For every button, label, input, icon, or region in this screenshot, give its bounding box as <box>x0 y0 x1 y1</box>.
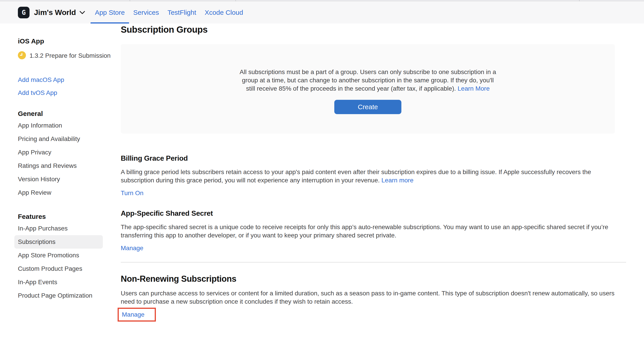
window-chrome-strip <box>0 0 644 1</box>
non-renewing-subscriptions-body: Users can purchase access to services or… <box>121 289 620 306</box>
app-specific-shared-secret-body: The app-specific shared secret is a uniq… <box>121 223 620 239</box>
chrome-separator <box>579 0 580 1</box>
sidebar-item-custom-product-pages[interactable]: Custom Product Pages <box>14 262 103 275</box>
page-title: Subscription Groups <box>121 25 626 35</box>
learn-more-link[interactable]: Learn more <box>382 177 414 184</box>
version-status-row: 1.3.2 Prepare for Submission <box>18 51 121 60</box>
nav-tab-app-store[interactable]: App Store <box>90 1 129 24</box>
sidebar-item-app-store-promotions[interactable]: App Store Promotions <box>14 249 103 262</box>
chrome-separator <box>236 0 236 1</box>
primary-nav: App Store Services TestFlight Xcode Clou… <box>90 1 247 24</box>
chrome-separator <box>130 0 130 1</box>
sidebar-item-in-app-events[interactable]: In-App Events <box>14 275 103 289</box>
billing-grace-period-body: A billing grace period lets subscribers … <box>121 168 620 184</box>
sidebar-item-app-privacy[interactable]: App Privacy <box>14 146 103 159</box>
sidebar-item-version-history[interactable]: Version History <box>14 173 103 186</box>
sidebar-item-pricing-availability[interactable]: Pricing and Availability <box>14 132 103 146</box>
sidebar-section-features: Features <box>18 213 121 220</box>
nav-tab-services[interactable]: Services <box>129 1 163 24</box>
sidebar: iOS App 1.3.2 Prepare for Submission Add… <box>0 24 121 302</box>
create-button[interactable]: Create <box>334 100 402 114</box>
main-content: Subscription Groups All subscriptions mu… <box>121 24 626 321</box>
version-status-text: 1.3.2 Prepare for Submission <box>30 52 111 59</box>
billing-grace-period-title: Billing Grace Period <box>121 154 626 162</box>
features-list: In-App Purchases Subscriptions App Store… <box>18 222 121 302</box>
sidebar-item-ratings-reviews[interactable]: Ratings and Reviews <box>14 159 103 173</box>
sidebar-item-app-information[interactable]: App Information <box>14 119 103 132</box>
clock-pending-icon <box>18 51 26 60</box>
section-divider <box>121 262 626 262</box>
sidebar-platform-title: iOS App <box>18 37 121 45</box>
top-header: G Jim's World App Store Services TestFli… <box>0 1 644 24</box>
non-renewing-subscriptions-title: Non-Renewing Subscriptions <box>121 274 626 284</box>
subscription-groups-panel: All subscriptions must be a part of a gr… <box>121 44 615 134</box>
manage-shared-secret-link[interactable]: Manage <box>121 245 143 252</box>
app-specific-shared-secret-title: App-Specific Shared Secret <box>121 209 626 217</box>
turn-on-link[interactable]: Turn On <box>121 190 144 197</box>
billing-grace-period-body-text: A billing grace period lets subscribers … <box>121 169 591 184</box>
sidebar-item-subscriptions[interactable]: Subscriptions <box>14 235 103 249</box>
add-macos-app-link[interactable]: Add macOS App <box>18 76 121 84</box>
red-annotation-box: Manage <box>118 308 156 321</box>
subscription-groups-description: All subscriptions must be a part of a gr… <box>238 68 498 93</box>
nav-tab-xcode-cloud[interactable]: Xcode Cloud <box>200 1 247 24</box>
sidebar-item-app-review[interactable]: App Review <box>14 186 103 199</box>
manage-non-renewing-link[interactable]: Manage <box>122 311 144 318</box>
sidebar-section-general: General <box>18 110 121 118</box>
app-name: Jim's World <box>34 8 76 17</box>
learn-more-link[interactable]: Learn More <box>458 85 490 92</box>
app-logo: G <box>18 7 30 18</box>
add-tvos-app-link[interactable]: Add tvOS App <box>18 89 121 96</box>
nav-tab-testflight[interactable]: TestFlight <box>163 1 200 24</box>
general-list: App Information Pricing and Availability… <box>18 119 121 199</box>
chevron-down-icon <box>80 11 85 14</box>
sidebar-item-product-page-optimization[interactable]: Product Page Optimization <box>14 289 103 302</box>
sidebar-item-in-app-purchases[interactable]: In-App Purchases <box>14 222 103 235</box>
app-switcher[interactable]: G Jim's World <box>18 1 85 24</box>
